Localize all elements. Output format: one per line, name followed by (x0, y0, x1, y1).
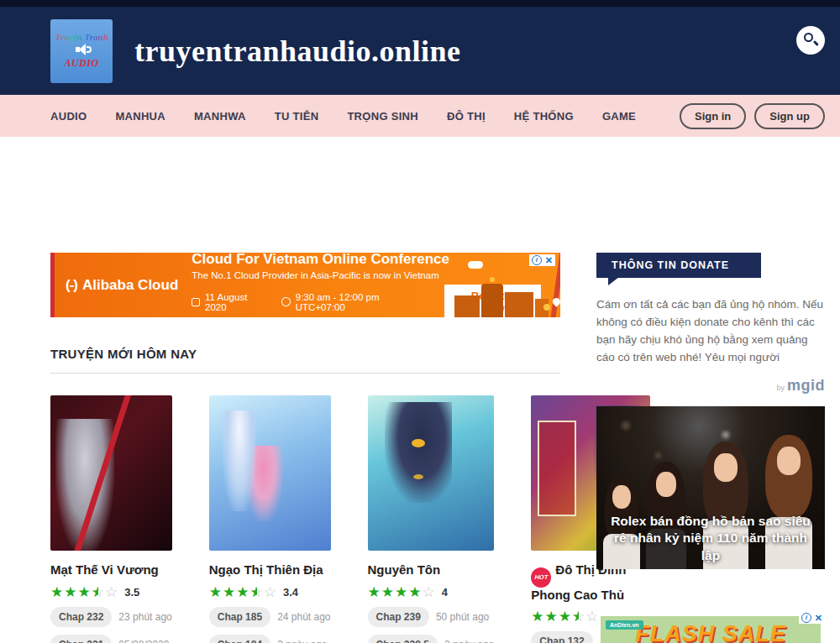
comic-card-grid: Mạt Thế Vi Vương 3.5 Chap 232 23 phút ag… (50, 395, 560, 643)
nav-item-tu-tien[interactable]: TU TIÊN (275, 110, 319, 123)
donate-info-header: THÔNG TIN DONATE (596, 253, 761, 278)
advertiser-badge: AnDien.vn (606, 620, 643, 630)
hot-badge: HOT (531, 567, 551, 588)
chapter-time: 2 ngày ago (444, 639, 494, 643)
ad-info-icon[interactable]: i (532, 255, 542, 265)
logo-text-top: Truyện Tranh (55, 32, 108, 42)
rating-value: 4 (442, 586, 448, 599)
main-nav: AUDIO MANHUA MANHWA TU TIÊN TRỌNG SINH Đ… (0, 95, 840, 137)
logo-text-audio: AUDIO (64, 57, 98, 70)
chapter-badge[interactable]: Chap 132 (531, 631, 592, 643)
comic-cover[interactable] (209, 395, 331, 551)
native-ad-rolex[interactable]: Rolex bán đồng hồ bản sao siêu rẻ nhân k… (596, 406, 825, 569)
rating-value: 3.5 (124, 586, 139, 599)
nav-item-trong-sinh[interactable]: TRỌNG SINH (347, 110, 418, 123)
speaker-icon (72, 44, 91, 55)
nav-item-manhua[interactable]: MANHUA (115, 110, 165, 123)
site-title[interactable]: truyentranhaudio.online (134, 34, 461, 69)
nav-item-game[interactable]: GAME (602, 110, 636, 123)
clock-icon (281, 297, 291, 306)
alibaba-cloud-logo: (-) Alibaba Cloud (66, 277, 178, 294)
search-icon (804, 33, 813, 42)
native-ad-caption: Rolex bán đồng hồ bản sao siêu rẻ nhân k… (596, 513, 825, 563)
site-logo[interactable]: Truyện Tranh AUDIO (50, 19, 113, 83)
chapter-time: 3 ngày ago (277, 639, 327, 643)
sign-up-button[interactable]: Sign up (754, 103, 825, 129)
chapter-badge[interactable]: Chap 232 (50, 607, 112, 627)
rating-value: 3.4 (283, 586, 298, 599)
comic-cover[interactable] (368, 395, 495, 551)
rating-stars: 4 (368, 585, 495, 599)
search-button[interactable] (796, 26, 825, 55)
adchoices-controls: i ✕ (529, 254, 555, 266)
chapter-badge[interactable]: Chap 231 (50, 635, 112, 643)
donate-message: Cám ơn tất cả các bạn đã ủng hộ nhóm. Nế… (596, 296, 825, 367)
ad-time: 9:30 am - 12:00 pm UTC+07:00 (296, 292, 428, 312)
cloud-shape (468, 261, 483, 269)
alibaba-brackets-icon: (-) (66, 277, 77, 294)
calendar-icon (192, 298, 200, 306)
section-divider (50, 373, 560, 374)
comic-title[interactable]: Mạt Thế Vi Vương (50, 562, 172, 578)
rating-stars: 3.5 (50, 585, 172, 599)
chapter-time: 24 phút ago (277, 611, 330, 623)
chapter-badge[interactable]: Chap 239 (368, 607, 429, 627)
nav-item-do-thi[interactable]: ĐÔ THỊ (447, 110, 486, 123)
mgid-attribution[interactable]: bymgid (596, 377, 825, 395)
mgid-by-label: by (776, 384, 785, 392)
nav-item-he-thong[interactable]: HỆ THỐNG (514, 110, 574, 123)
ad-info-icon[interactable]: i (801, 613, 811, 623)
mgid-logo: mgid (787, 377, 825, 394)
chapter-time: 23 phút ago (118, 611, 171, 623)
chapter-badge[interactable]: Chap 238.5 (368, 635, 438, 643)
ad-close-icon[interactable]: ✕ (545, 255, 553, 265)
ad-close-icon[interactable]: ✕ (815, 613, 822, 623)
section-title-new-today: TRUYỆN MỚI HÔM NAY (50, 347, 560, 361)
comic-card: Ngạo Thị Thiên Địa 3.4 Chap 185 24 phút … (209, 395, 331, 643)
city-illustration (453, 279, 554, 317)
alibaba-ad-banner[interactable]: (-) Alibaba Cloud Cloud For Vietnam Onli… (50, 253, 560, 317)
chapter-badge[interactable]: Chap 185 (209, 607, 270, 627)
sign-in-button[interactable]: Sign in (680, 103, 746, 129)
chapter-badge[interactable]: Chap 184 (209, 635, 270, 643)
comic-card: Mạt Thế Vi Vương 3.5 Chap 232 23 phút ag… (50, 395, 172, 643)
alibaba-brand-text: Alibaba Cloud (82, 277, 178, 294)
chapter-time: 05/08/2020 (118, 639, 169, 643)
chapter-time: 50 phút ago (436, 611, 489, 623)
rating-stars: 3.4 (209, 585, 331, 599)
nav-item-audio[interactable]: AUDIO (50, 110, 87, 123)
comic-card: Nguyên Tôn 4 Chap 239 50 phút ago Chap 2… (368, 395, 495, 643)
header-top-strip (0, 0, 840, 7)
flash-sale-ad[interactable]: AnDien.vn FLASH SALE XEM NGAY i ✕ (596, 612, 825, 643)
ad-title: Cloud For Vietnam Online Conference (192, 253, 560, 268)
comic-cover[interactable] (50, 395, 172, 551)
site-header: Truyện Tranh AUDIO truyentranhaudio.onli… (0, 0, 840, 95)
comic-title[interactable]: Nguyên Tôn (368, 562, 495, 578)
nav-item-manhwa[interactable]: MANHWA (194, 110, 246, 123)
ad-date: 11 August 2020 (205, 292, 270, 312)
adchoices-controls: i ✕ (799, 612, 825, 624)
comic-title[interactable]: Ngạo Thị Thiên Địa (209, 562, 331, 578)
